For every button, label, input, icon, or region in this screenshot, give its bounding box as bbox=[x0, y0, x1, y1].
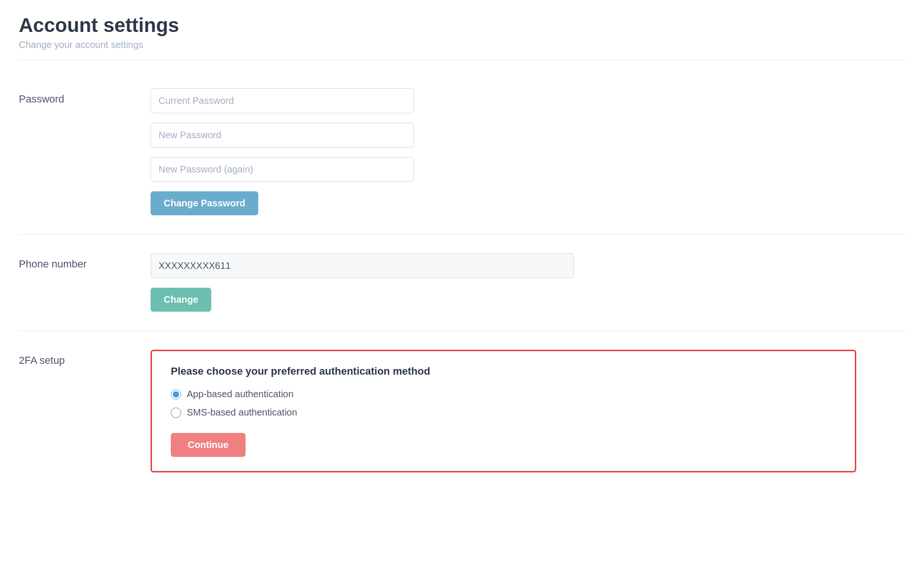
current-password-input[interactable] bbox=[151, 88, 414, 113]
password-section-content: Change Password bbox=[151, 88, 574, 215]
phone-section: Phone number Change bbox=[19, 235, 905, 331]
phone-section-content: Change bbox=[151, 253, 574, 312]
radio-sms-based[interactable]: SMS-based authentication bbox=[171, 407, 836, 418]
change-password-button[interactable]: Change Password bbox=[151, 191, 258, 215]
radio-app-input[interactable] bbox=[171, 389, 181, 400]
radio-app-label: App-based authentication bbox=[187, 389, 294, 400]
radio-sms-label: SMS-based authentication bbox=[187, 407, 297, 418]
twofa-section-label: 2FA setup bbox=[19, 350, 151, 367]
page-header: Account settings Change your account set… bbox=[19, 14, 905, 50]
change-phone-button[interactable]: Change bbox=[151, 288, 211, 312]
continue-button[interactable]: Continue bbox=[171, 433, 246, 457]
phone-number-input[interactable] bbox=[151, 253, 574, 278]
radio-sms-input[interactable] bbox=[171, 408, 181, 418]
twofa-section: 2FA setup Please choose your preferred a… bbox=[19, 331, 905, 491]
password-section-label: Password bbox=[19, 88, 151, 105]
new-password-again-input[interactable] bbox=[151, 157, 414, 182]
new-password-input[interactable] bbox=[151, 123, 414, 148]
page-title: Account settings bbox=[19, 14, 905, 37]
header-divider bbox=[19, 60, 905, 60]
password-section: Password Change Password bbox=[19, 70, 905, 235]
twofa-box: Please choose your preferred authenticat… bbox=[151, 350, 856, 472]
radio-app-based[interactable]: App-based authentication bbox=[171, 389, 836, 400]
page-subtitle: Change your account settings bbox=[19, 39, 905, 50]
phone-section-label: Phone number bbox=[19, 253, 151, 270]
twofa-heading: Please choose your preferred authenticat… bbox=[171, 365, 836, 377]
